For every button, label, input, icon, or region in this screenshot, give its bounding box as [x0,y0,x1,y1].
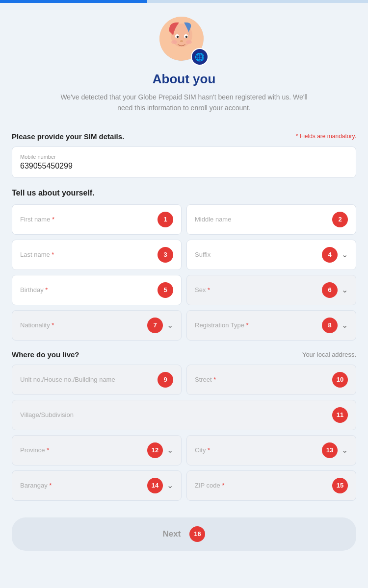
birthday-label: Birthday [20,286,154,294]
badge-4: 4 [322,247,338,263]
province-chevron-icon: ⌄ [167,445,173,455]
progress-bar [0,0,368,3]
nationality-chevron-icon: ⌄ [167,320,173,330]
nationality-inner: Nationality [20,321,143,329]
badge-12: 12 [147,442,163,458]
birthday-field[interactable]: Birthday 5 [12,275,182,305]
street-field[interactable]: Street 10 [186,365,356,395]
mobile-field-label: Mobile number [20,154,348,160]
suffix-label: Suffix [195,251,318,258]
badge-14: 14 [147,478,163,493]
svg-point-4 [177,36,179,38]
village-inner: Village/Subdivision [20,411,328,418]
next-button[interactable]: Next 16 [12,517,356,551]
nationality-field[interactable]: Nationality 7 ⌄ [12,310,182,341]
unit-inner: Unit no./House no./Building name [20,376,154,383]
city-label: City [195,446,318,454]
sex-field[interactable]: Sex 6 ⌄ [186,275,356,305]
first-name-label: First name [20,216,154,223]
first-name-inner: First name [20,216,154,223]
city-inner: City [195,446,318,454]
registration-type-chevron-icon: ⌄ [342,320,348,330]
city-field[interactable]: City 13 ⌄ [186,435,356,466]
unit-label: Unit no./House no./Building name [20,376,154,383]
suffix-chevron-icon: ⌄ [342,250,348,259]
badge-5: 5 [158,282,173,298]
avatar-badge: 🌐 [191,48,209,66]
personal-fields-grid: First name 1 Middle name 2 Last name 3 S… [12,204,356,341]
svg-point-6 [180,40,183,42]
avatar-wrapper: 🌐 [159,17,209,66]
badge-3: 3 [158,247,173,263]
province-label: Province [20,446,143,454]
registration-type-field[interactable]: Registration Type 8 ⌄ [186,310,356,341]
last-name-field[interactable]: Last name 3 [12,240,182,270]
local-address-note: Your local address. [302,351,356,358]
badge-7: 7 [147,318,163,333]
next-button-label: Next [163,529,181,539]
mandatory-note: * Fields are mandatory. [296,133,356,140]
last-name-inner: Last name [20,251,154,258]
suffix-field[interactable]: Suffix 4 ⌄ [186,240,356,270]
svg-point-8 [186,40,192,44]
barangay-inner: Barangay [20,482,143,489]
village-label: Village/Subdivision [20,411,328,418]
form-section: Please provide your SIM details. * Field… [0,123,368,506]
street-label: Street [195,376,328,383]
village-field[interactable]: Village/Subdivision 11 [12,400,356,430]
province-inner: Province [20,446,143,454]
sex-chevron-icon: ⌄ [342,285,348,294]
personal-section-label: Tell us about yourself. [12,189,356,197]
badge-10: 10 [332,372,348,388]
registration-type-label: Registration Type [195,321,318,329]
middle-name-label: Middle name [195,216,328,223]
badge-9: 9 [158,372,173,388]
badge-11: 11 [332,407,348,423]
city-chevron-icon: ⌄ [342,445,348,455]
sex-label: Sex [195,286,318,294]
barangay-chevron-icon: ⌄ [167,481,173,490]
zip-label: ZIP code [195,482,328,489]
badge-8: 8 [322,318,338,333]
middle-name-field[interactable]: Middle name 2 [186,204,356,235]
page-title: About you [153,72,216,87]
zip-inner: ZIP code [195,482,328,489]
badge-13: 13 [322,442,338,458]
province-field[interactable]: Province 12 ⌄ [12,435,182,466]
svg-point-5 [185,36,187,38]
zip-field[interactable]: ZIP code 15 [186,470,356,501]
hero-section: 🌐 About you We've detected that your Glo… [0,3,368,123]
address-section-header: Where do you live? Your local address. [12,350,356,359]
badge-16: 16 [189,526,205,542]
street-inner: Street [195,376,328,383]
sex-inner: Sex [195,286,318,294]
sim-section-label: Please provide your SIM details. [12,132,124,141]
progress-bar-fill [0,0,147,3]
unit-field[interactable]: Unit no./House no./Building name 9 [12,365,182,395]
first-name-field[interactable]: First name 1 [12,204,182,235]
badge-15: 15 [332,478,348,493]
birthday-inner: Birthday [20,286,154,294]
badge-1: 1 [158,212,173,227]
address-section-label: Where do you live? [12,350,79,359]
mobile-field-value: 639055450299 [20,162,348,171]
barangay-field[interactable]: Barangay 14 ⌄ [12,470,182,501]
sim-section-header: Please provide your SIM details. * Field… [12,132,356,141]
address-fields-grid: Unit no./House no./Building name 9 Stree… [12,365,356,501]
suffix-inner: Suffix [195,251,318,258]
svg-point-7 [171,40,177,44]
page-subtitle: We've detected that your Globe Prepaid S… [56,92,312,114]
last-name-label: Last name [20,251,154,258]
middle-name-inner: Middle name [195,216,328,223]
mobile-field[interactable]: Mobile number 639055450299 [12,147,356,178]
registration-type-inner: Registration Type [195,321,318,329]
badge-6: 6 [322,282,338,298]
barangay-label: Barangay [20,482,143,489]
nationality-label: Nationality [20,321,143,329]
badge-2: 2 [332,212,348,227]
